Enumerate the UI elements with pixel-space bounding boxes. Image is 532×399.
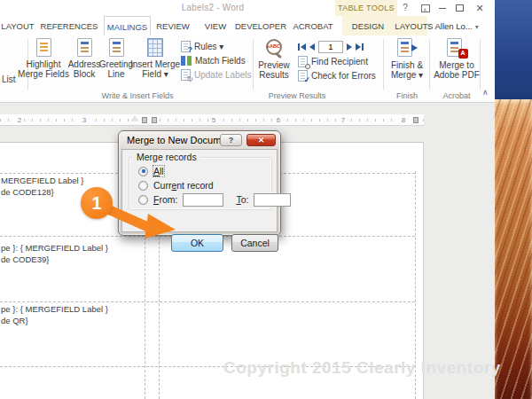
insert-merge-field-button[interactable]: Insert MergeField ▾ [132,38,178,90]
preview-results-button[interactable]: «ABC PreviewResults [254,38,294,90]
merge-field-text: de CODE39} [1,254,49,264]
button-label: Merge Fields [18,69,69,79]
radio-all-label[interactable]: All [153,166,164,176]
tab-table-layout[interactable]: LAYOUT [390,16,433,35]
button-label: Match Fields [195,56,246,66]
group-label-write-insert-fields: Write & Insert Fields [62,91,213,100]
tab-table-design[interactable]: DESIGN [346,16,390,35]
finish-and-merge-button[interactable]: Finish &Merge ▾ [385,38,429,90]
rules-button[interactable]: ? Rules ▾ [181,41,252,52]
tab-mailings[interactable]: MAILINGS [104,16,151,35]
group-separator [429,39,430,90]
rules-icon: ? [181,41,191,52]
indent-marker[interactable] [131,116,138,121]
group-label-finish: Finish [385,91,429,100]
to-input[interactable] [254,193,291,207]
tab-review[interactable]: REVIEW [153,16,193,35]
next-record-button[interactable] [347,43,352,51]
button-label: Preview [258,60,290,70]
record-number-input[interactable] [318,41,343,53]
wallpaper-sky [495,0,532,99]
ribbon-tab-row: LAYOUT REFERENCES MAILINGS REVIEW VIEW D… [0,16,495,35]
minimize-button[interactable] [436,2,449,14]
radio-row-all: All [138,165,164,177]
radio-current-record[interactable] [138,181,148,191]
ruler-mark: 8 [399,116,408,124]
first-record-button[interactable] [298,43,306,51]
chevron-down-icon: ▾ [475,23,479,31]
merge-field-row: pe }: { MERGEFIELD Label } de QR} [1,303,108,326]
check-for-errors-button[interactable]: ✓ Check for Errors [298,70,376,82]
ruler-mark: 3 [80,116,89,124]
adobe-pdf-logo-icon [458,49,468,59]
dialog-help-button[interactable]: ? [220,134,242,146]
close-button[interactable]: ✕ [472,2,488,14]
help-button[interactable]: ? [398,2,412,14]
dialog-close-button[interactable]: ✕ [246,134,276,146]
account-menu[interactable]: S Allen Lo...▾ [427,16,489,35]
contextual-tools-label: TABLE TOOLS [335,0,397,16]
merge-arrow-icon [411,44,418,51]
address-block-icon [77,38,92,57]
button-label: Rules ▾ [194,42,223,51]
merge-field-text: de QR} [1,316,28,325]
highlight-merge-fields-button[interactable]: HighlightMerge Fields [20,38,67,90]
previous-record-button[interactable] [309,43,315,51]
ribbon-display-options-button[interactable] [418,2,434,14]
desktop-wallpaper [495,0,532,399]
horizontal-ruler: 2 3 5 6 7 8 [0,114,424,126]
merge-field-text: pe }: { MERGEFIELD Label } [1,304,108,314]
collapse-ribbon-button[interactable]: ∧ [482,88,489,97]
tab-developer[interactable]: DEVELOPER [232,16,289,35]
button-label: Adobe PDF [434,70,480,80]
ruler-mark: 6 [274,116,283,124]
button-label: Merge to [439,60,473,70]
highlight-merge-fields-icon [36,38,51,57]
first-record-icon [301,43,306,51]
merge-to-adobe-pdf-icon [445,38,468,58]
ribbon-display-options-icon [421,4,430,12]
ruler-mark: 7 [339,116,348,124]
window-title: Labels2 - Word [151,3,275,12]
last-record-button[interactable] [356,43,364,51]
match-fields-icon [181,55,192,66]
radio-current-record-label[interactable]: Current record [153,180,214,191]
right-indent-marker[interactable] [413,117,419,123]
button-label: Address [68,59,101,69]
word-window: Labels2 - Word TABLE TOOLS ? ✕ LAYOUT RE… [0,0,495,103]
button-label: Greeting [99,59,133,69]
find-recipient-icon [298,56,308,67]
button-label: Results [259,70,288,80]
cancel-button[interactable]: Cancel [231,234,278,252]
merge-field-text: MERGEFIELD Label } [1,176,83,185]
merge-to-adobe-pdf-button[interactable]: Merge toAdobe PDF [432,38,481,90]
finish-doc-icon [397,38,412,57]
record-navigation: Find Recipient ✓ Check for Errors [298,40,376,82]
tab-layout[interactable]: LAYOUT [0,16,37,35]
last-record-icon [356,43,361,51]
radio-all[interactable] [138,167,148,176]
merge-field-text: pe }: { MERGEFIELD Label } [1,243,108,253]
merge-field-text: de CODE128} [1,187,54,197]
maximize-button[interactable] [451,2,467,14]
copyright-watermark: Copyright 2015 Clearly Inventory [223,358,501,378]
from-input[interactable] [183,193,223,207]
button-label: Insert Merge [130,59,180,69]
write-insert-small-buttons: ? Rules ▾ Match Fields ↻ Update Labels [181,41,252,81]
update-labels-icon: ↻ [181,69,191,81]
match-fields-button[interactable]: Match Fields [181,55,252,66]
greeting-line-button[interactable]: GreetingLine [98,38,135,90]
column-marker[interactable] [152,117,157,123]
insert-merge-field-icon [147,38,163,57]
tab-references[interactable]: REFERENCES [39,16,99,35]
column-marker[interactable] [142,117,147,123]
find-recipient-button[interactable]: Find Recipient [298,56,376,67]
group-separator [383,39,384,90]
tab-view[interactable]: VIEW [199,16,232,35]
tab-acrobat[interactable]: ACROBAT [290,16,336,35]
title-bar: Labels2 - Word TABLE TOOLS ? ✕ [0,0,495,16]
button-label: Line [108,69,125,79]
button-label: Update Labels [194,70,252,80]
first-record-icon [298,43,300,51]
edit-recipient-list-button-partial[interactable]: List [2,74,16,84]
